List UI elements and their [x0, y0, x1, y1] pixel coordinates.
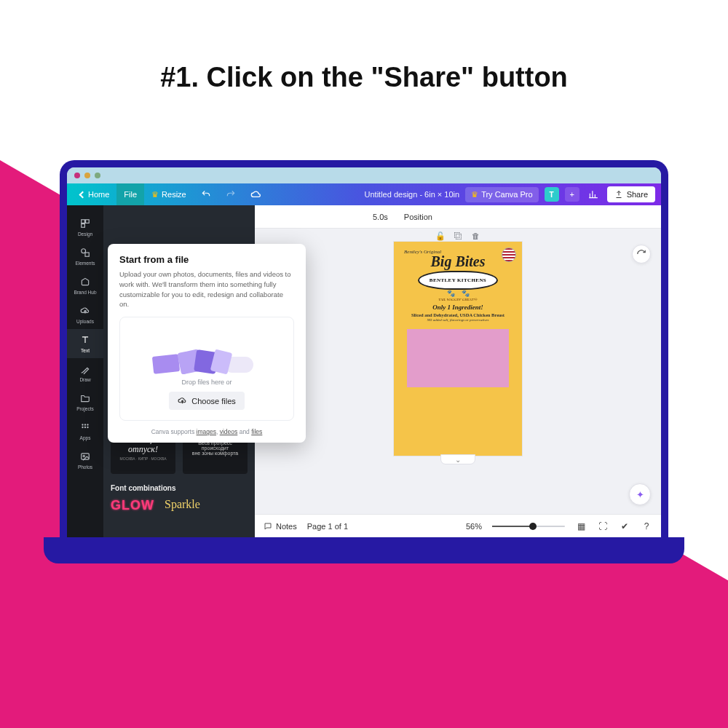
videos-link[interactable]: videos — [220, 428, 238, 435]
window-chrome — [67, 167, 661, 183]
timing-button[interactable]: 5.0s — [373, 213, 388, 221]
context-toolbar: 5.0s Position — [255, 205, 661, 229]
minimize-dot[interactable] — [84, 173, 90, 178]
magic-ai-button[interactable]: ✦ — [629, 483, 651, 505]
zoom-slider[interactable] — [492, 526, 565, 527]
svg-rect-1 — [86, 220, 90, 223]
svg-point-12 — [83, 455, 84, 456]
files-link[interactable]: files — [251, 428, 262, 435]
resize-label: Resize — [162, 190, 186, 199]
svg-point-5 — [82, 424, 83, 425]
svg-point-7 — [87, 424, 88, 425]
rail-brand-hub[interactable]: Brand Hub — [67, 271, 103, 300]
us-flag-icon — [502, 248, 516, 262]
rail-projects[interactable]: Projects — [67, 387, 103, 416]
font-combos-heading: Font combinations — [111, 484, 248, 492]
home-label: Home — [88, 190, 109, 199]
crown-icon: ♛ — [471, 190, 478, 199]
notes-button[interactable]: Notes — [264, 522, 297, 531]
big-bites-heading: Big Bites — [400, 255, 516, 268]
upload-illustration — [127, 326, 286, 373]
rail-photos[interactable]: Photos — [67, 446, 103, 475]
choose-files-button[interactable]: Choose files — [169, 392, 245, 410]
document-title[interactable]: Untitled design - 6in × 10in — [365, 190, 460, 199]
cloud-sync-button[interactable] — [243, 183, 269, 205]
left-rail: Design Elements Brand Hub Uploads Text — [67, 205, 103, 537]
design-page[interactable]: Bentley's Original Big Bites BENTLEY KIT… — [394, 242, 522, 456]
upload-popover: Start from a file Upload your own photos… — [108, 244, 306, 443]
crown-icon: ♛ — [151, 190, 159, 199]
help-button[interactable]: ? — [641, 521, 652, 532]
top-toolbar: Home File ♛ Resize — [67, 183, 661, 205]
brand-oval-badge: BENTLEY KITCHENS — [418, 271, 498, 290]
svg-point-10 — [87, 427, 88, 428]
home-button[interactable]: Home — [73, 183, 116, 205]
cloud-upload-icon — [178, 396, 187, 405]
grid-view-button[interactable]: ▦ — [575, 521, 587, 532]
analytics-button[interactable] — [585, 186, 601, 202]
svg-rect-0 — [82, 220, 85, 223]
brand-icon — [79, 276, 91, 288]
fullscreen-button[interactable]: ⛶ — [597, 521, 609, 532]
rail-design[interactable]: Design — [67, 213, 103, 242]
instruction-heading: #1. Click on the "Share" button — [0, 62, 728, 93]
svg-rect-2 — [82, 224, 85, 228]
canvas-area[interactable]: 🔓 ⿻ 🗑 Bentley's Original Big Bites BENTL — [255, 229, 661, 514]
drop-hint: Drop files here or — [127, 379, 286, 386]
close-dot[interactable] — [74, 173, 80, 178]
images-link[interactable]: images — [197, 428, 216, 435]
paw-icons: 🐾 🐾 — [400, 290, 516, 297]
image-placeholder[interactable] — [407, 329, 509, 387]
laptop-frame: Home File ♛ Resize — [60, 160, 668, 563]
elements-icon — [79, 247, 91, 258]
chevron-left-icon — [79, 191, 87, 198]
description-text: Sliced and Dehydrated, USDA Chicken Brea… — [400, 312, 516, 317]
text-icon — [79, 334, 91, 346]
font-combo-sparkle[interactable]: Sparkle — [165, 498, 200, 513]
cloud-upload-icon — [79, 305, 91, 317]
dropzone[interactable]: Drop files here or Choose files — [119, 317, 294, 421]
add-page-button[interactable]: ⌄ — [440, 454, 475, 464]
user-avatar[interactable]: T — [545, 187, 559, 202]
popover-description: Upload your own photos, documents, files… — [119, 269, 294, 309]
reset-view-button[interactable] — [632, 245, 651, 264]
tagline-text: TAIL WAGGIN' GREAT!® — [400, 298, 516, 301]
laptop-base — [44, 537, 684, 563]
templates-icon — [79, 218, 91, 229]
rail-text[interactable]: Text — [67, 329, 103, 358]
page-indicator[interactable]: Page 1 of 1 — [307, 522, 348, 531]
duplicate-page-icon[interactable]: ⿻ — [452, 230, 464, 242]
rail-elements[interactable]: Elements — [67, 242, 103, 271]
position-button[interactable]: Position — [404, 213, 432, 221]
redo-button[interactable] — [218, 183, 243, 205]
check-icon[interactable]: ✔ — [619, 521, 630, 532]
upload-icon — [614, 190, 623, 199]
notes-icon — [264, 522, 272, 531]
delete-page-icon[interactable]: 🗑 — [470, 230, 481, 242]
svg-rect-4 — [85, 253, 89, 256]
photo-icon — [79, 451, 91, 462]
lock-page-icon[interactable]: 🔓 — [435, 230, 446, 242]
maximize-dot[interactable] — [95, 173, 100, 178]
bottom-bar: Notes Page 1 of 1 56% ▦ ⛶ ✔ ? — [255, 514, 661, 537]
draw-icon — [79, 363, 91, 375]
try-pro-button[interactable]: ♛ Try Canva Pro — [465, 187, 539, 202]
svg-point-6 — [84, 424, 86, 425]
undo-button[interactable] — [194, 183, 218, 205]
svg-point-8 — [82, 427, 83, 428]
rail-uploads[interactable]: Uploads — [67, 300, 103, 329]
share-button[interactable]: Share — [607, 186, 655, 202]
disclaimer-text: NO added salt, flavorings or preservativ… — [400, 318, 516, 322]
file-button[interactable]: File — [116, 183, 144, 205]
resize-button[interactable]: ♛ Resize — [144, 183, 194, 205]
svg-point-9 — [84, 427, 86, 428]
add-collaborator-button[interactable]: + — [565, 187, 579, 202]
file-label: File — [124, 190, 137, 199]
ingredient-heading: Only 1 Ingredient! — [400, 304, 516, 311]
apps-icon — [79, 422, 91, 433]
font-combo-glow[interactable]: GLOW — [111, 498, 154, 513]
popover-title: Start from a file — [119, 254, 294, 265]
folder-icon — [79, 392, 91, 404]
rail-draw[interactable]: Draw — [67, 358, 103, 387]
rail-apps[interactable]: Apps — [67, 416, 103, 446]
